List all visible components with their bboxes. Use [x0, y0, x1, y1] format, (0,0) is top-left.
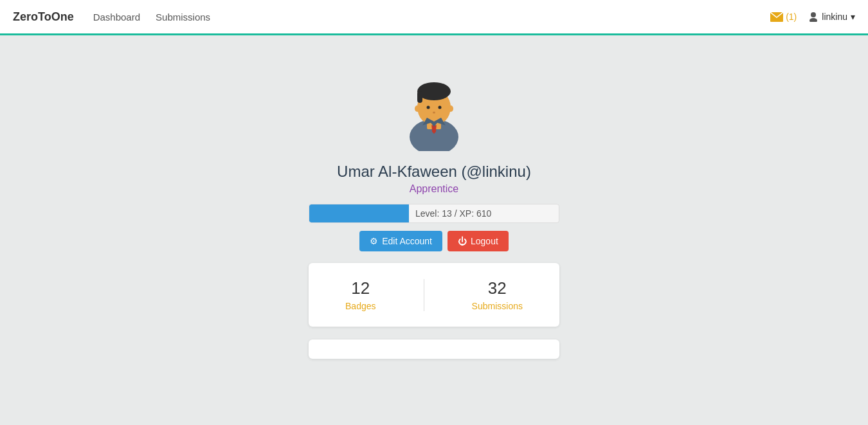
badges-count: 12: [351, 278, 370, 298]
edit-account-label: Edit Account: [382, 236, 432, 246]
navbar-right: (1) linkinu ▾: [770, 12, 855, 22]
xp-bar-fill: [309, 204, 409, 222]
badges-label: Badges: [345, 301, 375, 311]
xp-bar-container: Level: 13 / XP: 610: [309, 204, 559, 223]
user-dropdown[interactable]: linkinu ▾: [808, 12, 855, 22]
dashboard-link[interactable]: Dashboard: [93, 12, 140, 23]
username-label: linkinu: [822, 12, 847, 22]
power-icon: ⏻: [458, 236, 467, 246]
gear-icon: ⚙: [370, 236, 378, 246]
navbar: ZeroToOne Dashboard Submissions (1) link…: [0, 0, 868, 35]
submissions-link[interactable]: Submissions: [156, 12, 210, 23]
logout-label: Logout: [471, 236, 498, 246]
nav-links: Dashboard Submissions: [93, 12, 771, 23]
submissions-label: Submissions: [472, 301, 523, 311]
stat-divider: [424, 279, 424, 311]
submissions-stat: 32 Submissions: [472, 278, 523, 311]
logout-button[interactable]: ⏻ Logout: [448, 231, 509, 251]
page-content: Umar Al-Kfaween (@linkinu) Apprentice Le…: [0, 35, 868, 359]
profile-role: Apprentice: [410, 183, 459, 195]
svg-point-13: [448, 105, 453, 112]
submissions-count: 32: [488, 278, 507, 298]
brand-link[interactable]: ZeroToOne: [13, 10, 74, 24]
badges-stat: 12 Badges: [345, 278, 375, 311]
user-icon: [808, 12, 818, 22]
messages-button[interactable]: (1): [770, 12, 797, 22]
message-count: (1): [786, 12, 797, 22]
bottom-card-preview: [309, 339, 559, 359]
svg-point-9: [427, 106, 430, 109]
edit-account-button[interactable]: ⚙ Edit Account: [359, 231, 442, 251]
envelope-icon: [770, 12, 783, 22]
svg-point-11: [433, 112, 435, 114]
avatar: [389, 61, 479, 151]
svg-point-10: [439, 106, 442, 109]
avatar-svg: [389, 61, 479, 151]
stats-card: 12 Badges 32 Submissions: [309, 263, 559, 327]
svg-point-12: [415, 105, 420, 112]
svg-point-1: [811, 12, 816, 17]
xp-label: Level: 13 / XP: 610: [409, 208, 491, 219]
button-row: ⚙ Edit Account ⏻ Logout: [359, 231, 509, 251]
profile-name: Umar Al-Kfaween (@linkinu): [337, 163, 531, 181]
svg-point-2: [809, 18, 817, 22]
svg-rect-8: [417, 91, 422, 103]
dropdown-caret: ▾: [851, 12, 855, 22]
